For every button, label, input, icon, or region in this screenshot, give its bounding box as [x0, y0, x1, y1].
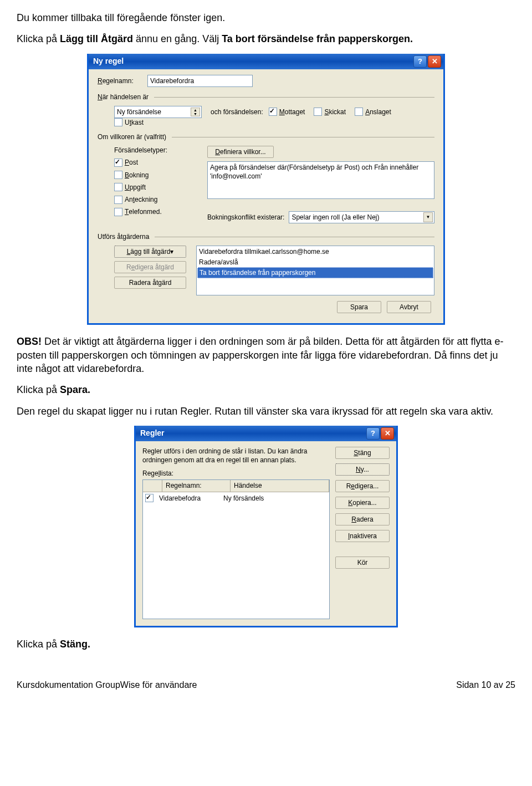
- send-types-label: Försändelsetyper:: [114, 146, 197, 155]
- define-conditions-button[interactable]: Definiera villkor...: [207, 146, 274, 158]
- dialog-title: Ny regel: [93, 56, 412, 67]
- rule-enabled-checkbox[interactable]: [145, 494, 154, 502]
- if-conditions-label: Om villkoren är (valfritt): [98, 132, 166, 141]
- spinner-icon: ▲▼: [191, 108, 200, 116]
- rule-name-input[interactable]: [147, 75, 253, 87]
- close-rules-button[interactable]: Stäng: [335, 447, 390, 459]
- chevron-down-icon: ▼: [423, 212, 433, 222]
- edit-action-button[interactable]: Redigera åtgärd: [114, 261, 186, 273]
- booking-conflict-combo[interactable]: Spelar ingen roll (Ja eller Nej) ▼: [289, 211, 434, 223]
- new-rule-button[interactable]: Ny...: [335, 463, 390, 476]
- rule-name-label: Regelnamn:: [98, 76, 147, 85]
- new-rule-dialog: Ny regel ? ✕ Regelnamn: När händelsen är…: [87, 54, 445, 325]
- actions-listbox[interactable]: Vidarebefordra tillmikael.carlsson@home.…: [196, 246, 434, 295]
- footer-left: Kursdokumentation GroupWise för användar…: [17, 679, 197, 691]
- close-button[interactable]: ✕: [428, 55, 441, 68]
- received-checkbox[interactable]: Mottaget: [269, 108, 305, 116]
- footer-right: Sidan 10 av 25: [456, 679, 515, 691]
- paragraph: OBS! Det är viktigt att åtgärderna ligge…: [17, 335, 515, 375]
- rules-table[interactable]: Regelnamn: Händelse Vidarebefodra Ny för…: [142, 479, 330, 619]
- add-action-button[interactable]: Lägg till åtgärd▾: [114, 246, 186, 258]
- cancel-button[interactable]: Avbryt: [387, 301, 431, 313]
- booking-conflict-label: Bokningskonflikt existerar:: [207, 213, 284, 222]
- list-item[interactable]: Radera/avslå: [197, 257, 433, 267]
- sent-checkbox[interactable]: Skickat: [314, 108, 346, 116]
- event-combo[interactable]: Ny försändelse ▲▼: [114, 106, 202, 118]
- copy-rule-button[interactable]: Kopiera...: [335, 497, 390, 509]
- paragraph: Den regel du skapat ligger nu i rutan Re…: [17, 405, 515, 418]
- draft-checkbox[interactable]: Utkast: [114, 118, 144, 127]
- paragraph: Klicka på Spara.: [17, 383, 515, 396]
- paragraph: Du kommer tillbaka till föregående fönst…: [17, 11, 515, 24]
- posted-checkbox[interactable]: Anslaget: [355, 108, 391, 116]
- help-button[interactable]: ?: [413, 55, 427, 68]
- paragraph: Klicka på Stäng.: [17, 637, 515, 651]
- list-item-selected[interactable]: Ta bort försändelse från papperskorgen: [197, 267, 433, 278]
- rule-name-cell: Vidarebefodra: [156, 493, 220, 503]
- edit-rule-button[interactable]: Redigera...: [335, 480, 390, 492]
- help-button[interactable]: ?: [366, 427, 380, 440]
- deactivate-rule-button[interactable]: Inaktivera: [335, 530, 390, 542]
- table-row[interactable]: Vidarebefodra Ny försändels: [143, 492, 329, 504]
- type-phone-checkbox[interactable]: Telefonmed.: [114, 207, 188, 216]
- when-event-label: När händelsen är: [98, 93, 149, 101]
- actions-label: Utförs åtgärderna: [98, 232, 149, 241]
- rules-description: Regler utförs i den ordning de står i li…: [142, 447, 330, 465]
- save-button[interactable]: Spara: [337, 301, 381, 313]
- titlebar: Regler ? ✕: [136, 426, 396, 441]
- delete-rule-button[interactable]: Radera: [335, 513, 390, 525]
- rule-event-cell: Ny försändels: [220, 493, 267, 503]
- and-sending-label: och försändelsen:: [211, 108, 263, 116]
- delete-action-button[interactable]: Radera åtgärd: [114, 277, 186, 289]
- page-footer: Kursdokumentation GroupWise för användar…: [17, 679, 515, 691]
- run-rule-button[interactable]: Kör: [335, 557, 390, 569]
- rules-dialog: Regler ? ✕ Regler utförs i den ordning d…: [134, 426, 398, 628]
- rule-list-label: Regellista:: [142, 469, 330, 478]
- dialog-title: Regler: [140, 428, 365, 438]
- conditions-textarea[interactable]: Agera på försändelser där(Försändelsetyp…: [207, 161, 434, 199]
- type-booking-checkbox[interactable]: Bokning: [114, 171, 188, 180]
- type-task-checkbox[interactable]: Uppgift: [114, 183, 188, 192]
- type-note-checkbox[interactable]: Anteckning: [114, 195, 188, 204]
- close-button[interactable]: ✕: [381, 427, 394, 440]
- paragraph: Klicka på Lägg till Åtgärd ännu en gång.…: [17, 32, 515, 45]
- list-item[interactable]: Vidarebefordra tillmikael.carlsson@home.…: [197, 247, 433, 257]
- type-post-checkbox[interactable]: Post: [114, 158, 188, 167]
- table-header: Regelnamn: Händelse: [143, 480, 329, 492]
- titlebar: Ny regel ? ✕: [89, 54, 443, 69]
